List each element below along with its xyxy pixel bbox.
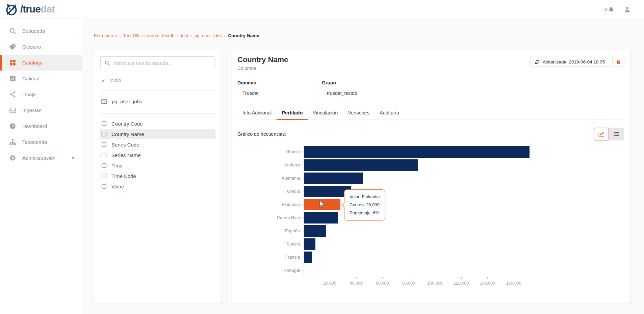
- breadcrumb-separator: ›: [224, 33, 226, 38]
- x-tick-mark: [330, 277, 330, 279]
- chart-row: Suecia: [237, 237, 630, 251]
- x-tick-mark: [356, 277, 357, 279]
- tooltip-value-line: Valor: Finlandia: [350, 193, 380, 201]
- frequency-bar-chart: AlbaniaAndorraAlemaniaGreciaFinlandiaPue…: [237, 145, 630, 294]
- category-label: Andorra: [237, 162, 302, 167]
- chart-row: Andorra: [237, 158, 630, 172]
- column-label: Time: [111, 163, 123, 168]
- back-to-home-link[interactable]: « Inicio: [101, 77, 215, 83]
- share-icon: [9, 91, 17, 98]
- app-root: /truedat 3 BúsquedaGlosarioCatálogoCalid…: [0, 0, 644, 314]
- tab-perfilado[interactable]: Perfilado: [277, 107, 308, 120]
- sidebar-item-label: Glosario: [22, 44, 41, 50]
- category-label: Grecia: [237, 189, 302, 194]
- breadcrumb-link[interactable]: truedat_testdb: [146, 33, 175, 38]
- column-icon: [101, 141, 111, 148]
- tree-item-column-time-code[interactable]: Time Code: [100, 171, 215, 181]
- breadcrumb-link[interactable]: Estructuras: [94, 33, 117, 38]
- bar-francia[interactable]: [304, 252, 312, 263]
- breadcrumb-link[interactable]: pg_user_jobs: [195, 33, 222, 38]
- user-icon: [624, 6, 631, 13]
- tab-vinculacion[interactable]: Vinculación: [308, 107, 343, 120]
- group-label: Grupo: [322, 80, 387, 85]
- sidebar-item-label: Linaje: [22, 91, 36, 97]
- bar-andorra[interactable]: [304, 159, 418, 171]
- structure-detail-panel: Country Name Columna Actualizada: 2019-0…: [232, 50, 631, 303]
- chart-view-button[interactable]: [594, 128, 609, 140]
- tree-item-column-time[interactable]: Time: [100, 160, 215, 171]
- group-value: truedat_testdb: [327, 90, 387, 96]
- tree-item-column-value[interactable]: Value: [100, 181, 215, 191]
- bar-suecia[interactable]: [304, 238, 315, 250]
- confidential-lock-button[interactable]: [612, 57, 624, 67]
- lock-icon: [616, 59, 621, 64]
- category-label: Suecia: [237, 241, 302, 246]
- tree-item-column-series-code[interactable]: Series Code: [100, 139, 215, 150]
- breadcrumb-separator: ›: [190, 33, 192, 38]
- category-label: Alemania: [237, 176, 302, 181]
- column-icon: [101, 162, 111, 168]
- category-label: Albania: [237, 149, 302, 154]
- refresh-icon: [535, 59, 540, 64]
- x-tick-label: 140,000: [480, 281, 495, 286]
- bar-puerto-rico[interactable]: [304, 212, 338, 224]
- sidebar-item-calidad[interactable]: Calidad: [0, 71, 82, 86]
- column-icon: [101, 121, 111, 127]
- x-tick-label: 60,000: [376, 281, 389, 286]
- bar-albania[interactable]: [304, 146, 530, 158]
- x-tick-label: 80,000: [402, 281, 415, 286]
- sidebar-item-label: Taxonomía: [22, 139, 47, 145]
- search-input[interactable]: [113, 60, 211, 66]
- domain-label: Dominio: [237, 80, 312, 85]
- list-view-button[interactable]: [609, 128, 624, 140]
- tab-versiones[interactable]: Versiones: [343, 107, 375, 120]
- column-icon: [101, 173, 111, 179]
- breadcrumb-separator: ›: [119, 33, 121, 38]
- sidebar-item-label: Ingestas: [22, 107, 42, 113]
- truedat-logo[interactable]: /truedat: [5, 2, 55, 16]
- tree-item-column-country-code[interactable]: Country Code: [100, 119, 215, 129]
- table-icon: [101, 98, 107, 105]
- tree-item-table[interactable]: pg_user_jobs: [101, 96, 215, 106]
- bar-alemania[interactable]: [304, 173, 363, 184]
- breadcrumb-current: Country Name: [228, 33, 259, 38]
- sidebar-item-busqueda[interactable]: Búsqueda: [0, 23, 82, 39]
- sidebar-item-administracion[interactable]: Administración▾: [0, 150, 82, 166]
- tags-icon: [9, 43, 17, 51]
- sidebar-item-catalogo[interactable]: Catálogo: [0, 55, 82, 71]
- tab-auditoria[interactable]: Auditoría: [375, 107, 404, 120]
- refresh-updated-button[interactable]: Actualizada: 2019-06-04 18:05: [530, 57, 609, 67]
- category-label: España: [237, 228, 302, 233]
- bar-espana[interactable]: [304, 225, 326, 237]
- column-label: Country Code: [111, 121, 143, 127]
- x-tick-mark: [409, 277, 409, 279]
- x-tick-mark: [514, 277, 514, 279]
- list-icon: [613, 131, 620, 137]
- line-chart-icon: [598, 131, 605, 137]
- column-label: Country Name: [111, 131, 144, 137]
- bar-grecia[interactable]: [304, 186, 351, 197]
- x-tick-mark: [382, 277, 383, 279]
- sidebar-item-linaje[interactable]: Linaje: [0, 86, 82, 102]
- domain-field: Dominio Truedat: [237, 80, 312, 103]
- tree-item-column-series-name[interactable]: Series Name: [100, 150, 215, 160]
- chart-view-toggle: [594, 128, 624, 140]
- tooltip-count-line: Conteo: 28,030: [350, 201, 380, 209]
- breadcrumb-link[interactable]: test: [181, 33, 188, 38]
- sidebar-item-label: Dashboard: [22, 123, 47, 129]
- notifications-button[interactable]: 3: [604, 6, 614, 13]
- grid-icon: [9, 59, 17, 67]
- metadata-section: Dominio Truedat Grupo truedat_testdb: [237, 80, 625, 103]
- tab-info-adicional[interactable]: Info Adicional: [237, 107, 277, 120]
- sidebar-item-ingestas[interactable]: Ingestas: [0, 102, 82, 118]
- search-icon: [9, 27, 17, 35]
- user-menu-button[interactable]: [624, 6, 631, 13]
- breadcrumb-link[interactable]: Test DB: [123, 33, 139, 38]
- sidebar-item-dashboard[interactable]: Dashboard: [0, 118, 82, 134]
- breadcrumb: Estructuras›Test DB›truedat_testdb›test›…: [94, 33, 259, 38]
- tooltip-percentage-line: Porcentaje: 6%: [350, 209, 380, 217]
- tree-item-column-country-name[interactable]: Country Name: [100, 129, 215, 139]
- sidebar-item-taxonomia[interactable]: Taxonomía: [0, 134, 82, 150]
- sidebar-item-glosario[interactable]: Glosario: [0, 39, 82, 55]
- sidebar-item-label: Administración: [22, 155, 55, 161]
